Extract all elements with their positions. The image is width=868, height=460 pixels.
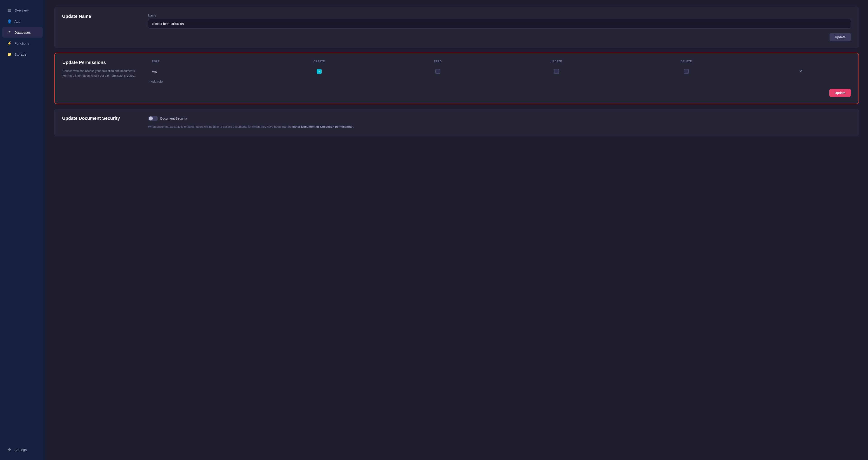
main-content: Update Name Name Update Update Permissio… xyxy=(45,0,868,460)
name-input[interactable] xyxy=(148,19,851,29)
update-cell[interactable] xyxy=(491,66,622,77)
doc-security-description: When document security is enabled, users… xyxy=(148,124,851,129)
update-permissions-button[interactable]: Update xyxy=(829,89,851,97)
storage-icon: 📁 xyxy=(7,52,12,57)
auth-icon: 👤 xyxy=(7,19,12,24)
permissions-title: Update Permissions xyxy=(62,60,139,65)
sidebar-item-label-storage: Storage xyxy=(14,53,26,56)
overview-icon: ▦ xyxy=(7,8,12,12)
toggle-row: Document Security xyxy=(148,116,851,121)
permissions-table-container: ROLE CREATE READ UPDATE DELETE Any ✓ xyxy=(148,60,851,84)
update-name-button[interactable]: Update xyxy=(830,33,851,41)
sidebar-item-databases[interactable]: ≡ Databases xyxy=(2,27,43,37)
sidebar-item-label-functions: Functions xyxy=(14,41,29,45)
create-checkbox[interactable]: ✓ xyxy=(317,69,322,74)
sidebar-item-label-databases: Databases xyxy=(14,31,31,34)
role-cell: Any xyxy=(148,66,254,77)
add-role-button[interactable]: + Add role xyxy=(148,77,851,84)
sidebar-item-settings[interactable]: ⚙ Settings xyxy=(2,444,43,455)
permissions-description: Update Permissions Choose who can access… xyxy=(62,60,139,78)
sidebar-item-storage[interactable]: 📁 Storage xyxy=(2,49,43,60)
col-delete: DELETE xyxy=(622,60,751,66)
sidebar-item-label-settings: Settings xyxy=(14,448,27,452)
table-row: Any ✓ ✕ xyxy=(148,66,851,77)
col-read: READ xyxy=(384,60,491,66)
update-checkbox[interactable] xyxy=(554,69,559,74)
remove-cell[interactable]: ✕ xyxy=(751,66,851,77)
col-role: ROLE xyxy=(148,60,254,66)
permissions-table: ROLE CREATE READ UPDATE DELETE Any ✓ xyxy=(148,60,851,77)
doc-security-bold: either Document or Collection permission… xyxy=(292,125,352,128)
delete-cell[interactable] xyxy=(622,66,751,77)
read-cell[interactable] xyxy=(384,66,491,77)
toggle-label: Document Security xyxy=(160,117,187,120)
settings-icon: ⚙ xyxy=(7,448,12,452)
permissions-guide-link[interactable]: Permissions Guide xyxy=(110,74,134,77)
col-create: CREATE xyxy=(254,60,384,66)
sidebar: ▦ Overview 👤 Auth ≡ Databases ⚡ Function… xyxy=(0,0,45,460)
read-checkbox[interactable] xyxy=(435,69,440,74)
col-update: UPDATE xyxy=(491,60,622,66)
col-actions xyxy=(751,60,851,66)
remove-row-button[interactable]: ✕ xyxy=(797,68,804,75)
name-label: Name xyxy=(148,14,851,17)
update-name-title: Update Name xyxy=(62,14,139,19)
delete-checkbox[interactable] xyxy=(684,69,689,74)
sidebar-item-overview[interactable]: ▦ Overview xyxy=(2,5,43,16)
doc-security-title: Update Document Security xyxy=(62,116,139,121)
databases-icon: ≡ xyxy=(7,30,12,34)
sidebar-item-functions[interactable]: ⚡ Functions xyxy=(2,38,43,49)
document-security-toggle[interactable] xyxy=(148,116,158,121)
permissions-desc-text: Choose who can access your collection an… xyxy=(62,69,139,78)
sidebar-item-label-overview: Overview xyxy=(14,8,29,12)
update-name-card: Update Name Name Update xyxy=(54,7,859,48)
update-permissions-card: Update Permissions Choose who can access… xyxy=(54,53,859,104)
functions-icon: ⚡ xyxy=(7,41,12,45)
sidebar-item-label-auth: Auth xyxy=(14,20,22,23)
sidebar-item-auth[interactable]: 👤 Auth xyxy=(2,16,43,27)
update-doc-security-card: Update Document Security Document Securi… xyxy=(54,109,859,136)
create-cell[interactable]: ✓ xyxy=(254,66,384,77)
